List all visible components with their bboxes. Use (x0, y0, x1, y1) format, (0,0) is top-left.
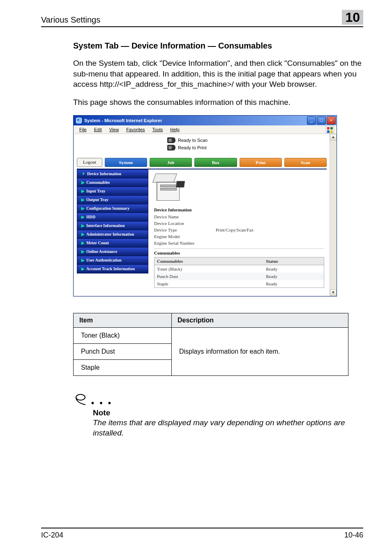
printer-status: Ready to Scan Ready to Print (167, 137, 327, 151)
device-info-kv: Device Name Device Location Device Type … (154, 214, 324, 246)
footer-right: 10-46 (344, 531, 363, 540)
cons-th-name: Consumables (154, 257, 264, 265)
nav-online-assistance[interactable]: ▶Online Assistance (77, 248, 148, 256)
ie-flag-icon (326, 126, 334, 133)
ie-window-title: System - Microsoft Internet Explorer (84, 118, 162, 123)
table-row: Staple Ready (154, 280, 324, 288)
cons-status: Ready (263, 265, 324, 273)
kv-device-name-l: Device Name (154, 214, 216, 220)
table-row: Toner (Black) Displays information for e… (74, 327, 348, 343)
close-button[interactable]: × (327, 116, 336, 125)
chevron-right-icon: ▶ (81, 215, 85, 219)
printer-icon (167, 145, 175, 151)
tab-system[interactable]: System (105, 158, 147, 167)
nav-user-authentication[interactable]: ▶User Authentication (77, 256, 148, 265)
kv-engine-model-l: Engine Model (154, 234, 216, 239)
kv-engine-model-v (216, 234, 324, 239)
kv-device-location-l: Device Location (154, 220, 216, 226)
scrollbar-track[interactable] (330, 141, 337, 290)
chevron-right-icon: ▶ (81, 232, 85, 236)
ie-window: System - Microsoft Internet Explorer _ □… (73, 115, 337, 297)
vertical-scrollbar[interactable]: ▲ ▼ (330, 134, 337, 296)
chevron-right-icon: ▶ (81, 241, 85, 245)
window-buttons: _ □ × (307, 116, 336, 125)
nav-output-tray[interactable]: ▶Output Tray (77, 196, 148, 204)
consumables-table: Consumables Status Toner (Black) Ready (154, 257, 324, 288)
menu-help[interactable]: Help (167, 126, 183, 133)
kv-engine-serial-l: Engine Serial Number (154, 240, 216, 246)
item-name: Staple (74, 359, 172, 375)
chevron-right-icon: ▶ (81, 197, 85, 202)
chevron-right-icon: ▶ (81, 206, 85, 211)
nav-administrator-information[interactable]: ▶Administrator Information (77, 230, 148, 239)
status-ready-print: Ready to Print (178, 145, 207, 150)
menu-tools[interactable]: Tools (149, 126, 166, 133)
cons-status: Ready (263, 273, 324, 280)
footer-left: IC-204 (41, 531, 63, 540)
ie-content-wrap: ▲ ▼ Ready to Scan Ready to Print Lo (74, 134, 337, 296)
paragraph-2: This page shows the consumables informat… (73, 97, 363, 108)
table-row: Punch Dust Ready (154, 273, 324, 280)
menu-file[interactable]: File (76, 126, 90, 133)
nav-hdd[interactable]: ▶HDD (77, 213, 148, 222)
kv-device-type-l: Device Type (154, 227, 216, 233)
right-pane: Device Information Device Name Device Lo… (148, 169, 327, 292)
cons-status: Ready (263, 280, 324, 288)
running-header: Various Settings 10 (41, 10, 363, 25)
nav-input-tray[interactable]: ▶Input Tray (77, 187, 148, 196)
tab-job[interactable]: Job (150, 158, 192, 167)
tab-box[interactable]: Box (194, 158, 237, 167)
nav-configuration-summary[interactable]: ▶Configuration Summary (77, 204, 148, 213)
chevron-right-icon: ▶ (81, 258, 85, 262)
th-item: Item (74, 313, 172, 327)
chevron-right-icon: ▶ (81, 189, 85, 193)
chevron-right-icon: ▶ (81, 249, 85, 254)
scrollbar-down-arrow-icon[interactable]: ▼ (330, 290, 337, 296)
cons-name: Punch Dust (154, 273, 264, 280)
tab-scan[interactable]: Scan (284, 158, 327, 167)
note-block: • • • Note The items that are displayed … (73, 392, 363, 438)
item-description-table: Item Description Toner (Black) Displays … (73, 313, 348, 376)
logout-button[interactable]: Logout (77, 158, 102, 167)
nav-device-information[interactable]: ▼Device Information (77, 169, 148, 178)
item-name: Punch Dust (74, 343, 172, 359)
table-row: Toner (Black) Ready (154, 265, 324, 273)
device-info-title: Device Information (154, 207, 324, 212)
item-name: Toner (Black) (74, 327, 172, 343)
left-nav: ▼Device Information ▶Consumables ▶Input … (77, 169, 148, 273)
consumables-title: Consumables (154, 250, 324, 255)
menu-favorites[interactable]: Favorites (123, 126, 148, 133)
scanner-icon (167, 137, 175, 143)
top-tab-row: Logout System Job Box Print Scan (77, 158, 327, 167)
nav-interface-information[interactable]: ▶Interface Information (77, 222, 148, 230)
minimize-button[interactable]: _ (307, 116, 316, 125)
item-description-shared: Displays information for each item. (172, 327, 348, 375)
scrollbar-up-arrow-icon[interactable]: ▲ (330, 134, 337, 141)
chevron-right-icon: ▶ (81, 223, 85, 228)
running-head-title: Various Settings (41, 15, 100, 25)
kv-engine-serial-v (216, 240, 324, 246)
nav-meter-count[interactable]: ▶Meter Count (77, 239, 148, 248)
kv-device-type-v: Print/Copy/Scan/Fax (216, 227, 324, 233)
menu-view[interactable]: View (106, 126, 122, 133)
header-rule (41, 26, 363, 27)
cons-name: Toner (Black) (154, 265, 264, 273)
cons-name: Staple (154, 280, 264, 288)
nav-consumables[interactable]: ▶Consumables (77, 178, 148, 187)
device-illustration-icon (154, 174, 187, 201)
ie-logo-icon (76, 118, 82, 123)
status-ready-scan: Ready to Scan (178, 138, 208, 143)
note-text: The items that are displayed may vary de… (93, 417, 363, 438)
content-columns: ▼Device Information ▶Consumables ▶Input … (77, 169, 327, 292)
chevron-right-icon: ▶ (81, 180, 85, 185)
chapter-number: 10 (342, 10, 363, 25)
ie-titlebar: System - Microsoft Internet Explorer _ □… (74, 116, 337, 125)
note-label: Note (93, 408, 363, 417)
maximize-button[interactable]: □ (317, 116, 326, 125)
nav-account-track-information[interactable]: ▶Account Track Information (77, 265, 148, 273)
menu-edit[interactable]: Edit (91, 126, 105, 133)
tab-print[interactable]: Print (240, 158, 282, 167)
chevron-down-icon: ▼ (81, 171, 85, 176)
footer-rule (41, 528, 363, 528)
note-icon: • • • (73, 392, 113, 407)
